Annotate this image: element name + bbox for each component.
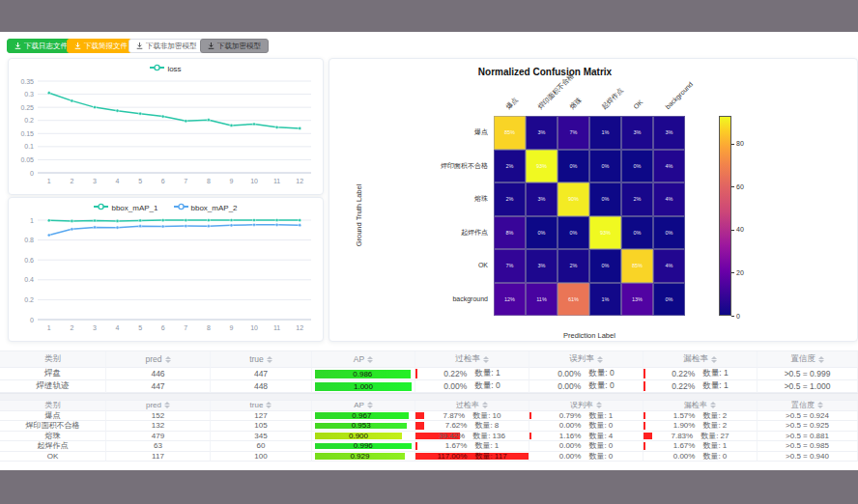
cell-confidence: >0.5 = 0.881	[758, 432, 858, 442]
matrix-cell: 93%	[589, 216, 621, 250]
matrix-cell: 4%	[653, 182, 685, 216]
column-header[interactable]: pred	[106, 401, 211, 411]
column-header[interactable]: 置信度	[758, 401, 858, 411]
column-header[interactable]: 置信度	[758, 351, 858, 368]
matrix-cell: 13%	[621, 283, 653, 317]
cell-pred: 63	[106, 441, 211, 452]
column-header-label: 类别	[45, 401, 61, 410]
legend-item-loss[interactable]: loss	[150, 64, 181, 73]
column-header-label: 置信度	[790, 353, 815, 365]
cell-true: 105	[211, 421, 312, 432]
sort-icon[interactable]	[597, 356, 603, 363]
column-header-label: 置信度	[791, 401, 815, 410]
column-header[interactable]: true	[211, 401, 312, 411]
svg-text:0.35: 0.35	[20, 78, 34, 85]
rate-count: 数量: 1	[474, 368, 500, 379]
rate-percent: 0.22%	[443, 369, 467, 378]
svg-text:1: 1	[47, 324, 51, 331]
svg-text:5: 5	[138, 324, 142, 331]
button-label: 下载非加密模型	[146, 42, 197, 50]
column-header[interactable]: pred	[106, 351, 211, 368]
svg-text:0.4: 0.4	[24, 276, 34, 283]
cell-ap: 0.900	[312, 432, 415, 442]
sort-icon[interactable]	[818, 356, 824, 363]
matrix-row-label: 起焊作点	[389, 229, 488, 237]
column-header[interactable]: 过检率	[415, 351, 529, 368]
svg-text:8: 8	[207, 324, 211, 331]
confusion-matrix-card: Normalized Confusion Matrix Ground Truth…	[329, 58, 858, 342]
sort-icon[interactable]	[266, 402, 272, 408]
sort-icon[interactable]	[817, 402, 823, 408]
legend-label: bbox_mAP_1	[111, 204, 157, 212]
column-header[interactable]: AP	[312, 401, 415, 411]
rate-bar	[415, 422, 424, 430]
column-header[interactable]: AP	[312, 351, 415, 368]
cell-miss-rate: 1.67%数量: 1	[644, 441, 758, 452]
sort-icon[interactable]	[165, 356, 171, 363]
ap-bar: 0.986	[315, 370, 412, 378]
column-header[interactable]: 过检率	[415, 401, 529, 411]
cell-class: 熔珠	[0, 432, 106, 442]
rate-bar	[644, 369, 645, 378]
matrix-cell: 0%	[589, 182, 621, 216]
matrix-cell: 2%	[494, 182, 526, 216]
matrix-cell: 3%	[526, 116, 558, 150]
rate-count: 数量: 0	[588, 441, 613, 451]
download-plain-model-button[interactable]: 下载非加密模型	[129, 39, 205, 53]
sort-icon[interactable]	[483, 356, 489, 363]
colorbar-tick	[731, 186, 734, 187]
legend-item-bbox-map-2[interactable]: bbox_mAP_2	[174, 203, 238, 212]
matrix-row-label: OK	[389, 262, 488, 269]
svg-text:4: 4	[116, 178, 120, 184]
column-header[interactable]: 误判率	[529, 401, 644, 411]
svg-text:3: 3	[93, 178, 97, 184]
column-header[interactable]: 漏检率	[644, 351, 758, 368]
svg-text:1: 1	[30, 217, 34, 224]
download-log-button[interactable]: 下载日志文件	[7, 39, 75, 53]
rate-percent: 0.00%	[673, 452, 696, 461]
column-header-label: 漏检率	[684, 401, 707, 410]
svg-text:0.15: 0.15	[20, 130, 34, 137]
cell-miss-rate: 7.83%数量: 27	[644, 432, 758, 442]
rate-count: 数量: 2	[702, 421, 727, 431]
legend-label: bbox_mAP_2	[191, 204, 238, 212]
ap-value: 0.900	[349, 432, 368, 440]
sort-icon[interactable]	[267, 356, 272, 363]
rate-count: 数量: 8	[474, 421, 499, 431]
rate-count: 数量: 1	[588, 411, 613, 421]
sort-icon[interactable]	[367, 356, 373, 363]
table-header-row: 类别predtrueAP过检率误判率漏检率置信度	[0, 401, 858, 411]
rate-count: 数量: 0	[474, 380, 500, 392]
download-report-button[interactable]: 下载简报文件	[67, 39, 135, 53]
sort-icon[interactable]	[711, 356, 717, 363]
line-marker-icon	[174, 203, 188, 212]
column-header[interactable]: 漏检率	[644, 401, 758, 411]
column-header[interactable]: 误判率	[529, 351, 644, 368]
cell-ap: 1.000	[312, 380, 415, 393]
cell-misjudge-rate: 0.00%数量: 0	[529, 452, 644, 462]
download-encrypted-model-button[interactable]: 下载加密模型	[200, 39, 269, 53]
matrix-cell: 7%	[558, 116, 589, 150]
sort-icon[interactable]	[596, 402, 602, 408]
sort-icon[interactable]	[482, 402, 488, 408]
table-row: 焊缝轨迹4474481.0000.00%数量: 00.00%数量: 00.22%…	[0, 380, 858, 393]
loss-chart-card: loss 00.050.10.150.20.250.30.35123456789…	[8, 58, 324, 195]
column-header[interactable]: true	[211, 351, 312, 368]
sort-icon[interactable]	[164, 402, 170, 408]
rate-percent: 1.67%	[445, 441, 468, 450]
cell-class: 爆点	[0, 411, 106, 422]
legend-item-bbox-map-1[interactable]: bbox_mAP_1	[94, 203, 157, 212]
matrix-column-label: 熔珠	[568, 96, 584, 111]
svg-text:1: 1	[47, 178, 51, 184]
matrix-cell: 93%	[526, 150, 558, 183]
ap-value: 0.986	[353, 370, 372, 378]
matrix-cell: 3%	[526, 182, 558, 216]
ap-value: 0.967	[352, 411, 371, 420]
training-dashboard: 下载日志文件 下载简报文件 下载非加密模型 下载加密模型 loss 00.050…	[0, 0, 858, 504]
sort-icon[interactable]	[367, 402, 373, 408]
matrix-cell: 1%	[589, 283, 621, 317]
ap-value: 1.000	[354, 382, 373, 391]
cell-true: 345	[211, 432, 312, 442]
rate-count: 数量: 1	[702, 380, 728, 392]
sort-icon[interactable]	[710, 402, 716, 408]
